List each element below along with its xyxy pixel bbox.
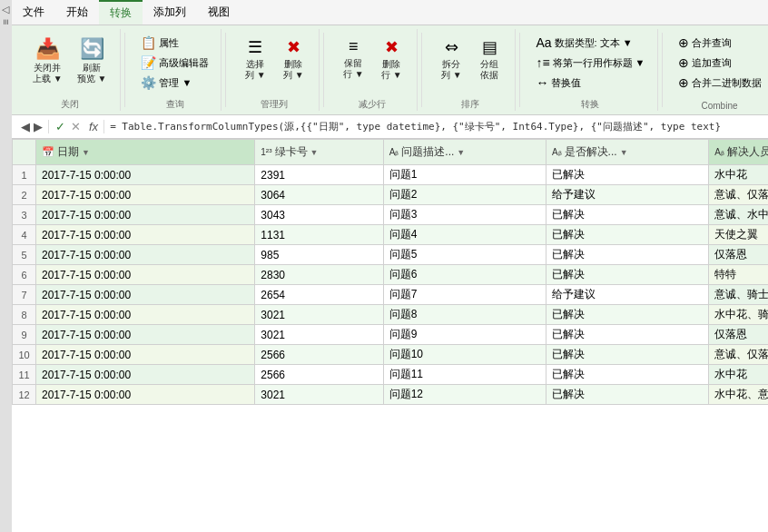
- delete-col-icon: ✖: [287, 37, 300, 57]
- table-container: 📅 日期 ▼ 1²³ 绿卡号 ▼: [12, 139, 768, 529]
- split-col-button[interactable]: ⇔ 拆分列 ▼: [433, 33, 469, 85]
- cell-card: 3021: [255, 385, 383, 405]
- formula-bar: ◀ ▶ ✓ ✕ fx = Table.TransformColumnTypes(…: [12, 115, 768, 139]
- properties-icon: 📋: [141, 35, 156, 50]
- delete-col-button[interactable]: ✖ 删除列 ▼: [275, 33, 311, 85]
- row-number: 11: [13, 365, 36, 385]
- cell-resolved: 给予建议: [546, 285, 708, 305]
- row-number: 7: [13, 285, 36, 305]
- cell-resolver: 水中花: [709, 165, 768, 185]
- append-query-button[interactable]: ⊕ 追加查询: [674, 53, 766, 73]
- row-number: 1: [13, 165, 36, 185]
- formula-cross-icon[interactable]: ✕: [68, 120, 84, 133]
- cell-resolver: 仅落恩: [709, 325, 768, 345]
- col-header-resolver[interactable]: Aᵦ 解决人员 ▼: [709, 140, 768, 165]
- tab-view[interactable]: 视图: [197, 0, 241, 25]
- cell-card: 2830: [255, 265, 383, 285]
- cell-resolved: 已解决: [546, 385, 708, 405]
- sidebar-icon-1[interactable]: ◁: [0, 4, 12, 15]
- table-row: 122017-7-15 0:00:003021问题12已解决水中花、意诚、...: [13, 385, 769, 405]
- group-by-label: 分组依据: [480, 59, 498, 81]
- cell-card: 985: [255, 245, 383, 265]
- cell-issue: 问题10: [383, 345, 546, 365]
- merge-query-button[interactable]: ⊕ 合并查询: [674, 33, 766, 53]
- row-number: 9: [13, 325, 36, 345]
- merge-icon: ⊕: [678, 35, 689, 50]
- date-filter-icon[interactable]: ▼: [82, 148, 90, 157]
- manage-button[interactable]: ⚙️ 管理 ▼: [136, 73, 213, 93]
- resolved-filter-icon[interactable]: ▼: [620, 148, 628, 157]
- cell-card: 1131: [255, 225, 383, 245]
- ribbon-group-query: 📋 属性 📝 高级编辑器 ⚙️ 管理 ▼: [129, 29, 222, 111]
- nav-right-icon[interactable]: ▶: [34, 120, 43, 133]
- close-upload-button[interactable]: 📥 关闭并上载 ▼: [26, 33, 69, 89]
- tab-start[interactable]: 开始: [55, 0, 99, 25]
- issue-filter-icon[interactable]: ▼: [457, 148, 465, 157]
- cell-resolver: 天使之翼: [709, 225, 768, 245]
- properties-button[interactable]: 📋 属性: [136, 33, 213, 53]
- card-col-label: 绿卡号: [275, 144, 308, 160]
- keep-row-button[interactable]: ≡ 保留行 ▼: [335, 33, 371, 84]
- refresh-preview-button[interactable]: 🔄 刷新预览 ▼: [71, 33, 113, 89]
- table-row: 72017-7-15 0:00:002654问题7给予建议意诚、骑士: [13, 285, 769, 305]
- formula-check-icon[interactable]: ✓: [53, 120, 68, 133]
- cell-issue: 问题1: [383, 165, 546, 185]
- select-col-button[interactable]: ☰ 选择列 ▼: [237, 33, 273, 85]
- replace-value-button[interactable]: ↔ 替换值: [531, 73, 649, 93]
- date-col-label: 日期: [57, 144, 79, 160]
- table-row: 32017-7-15 0:00:003043问题3已解决意诚、水中花: [13, 205, 769, 225]
- date-type-icon: 📅: [42, 146, 54, 158]
- cell-date: 2017-7-15 0:00:00: [36, 385, 255, 405]
- append-icon: ⊕: [678, 55, 689, 70]
- cell-resolver: 意诚、水中花: [709, 205, 768, 225]
- tab-add-col[interactable]: 添加列: [143, 0, 197, 25]
- card-filter-icon[interactable]: ▼: [310, 148, 319, 157]
- tab-file[interactable]: 文件: [12, 0, 55, 25]
- cell-card: 3021: [255, 325, 383, 345]
- col-header-issue[interactable]: Aᵦ 问题描述... ▼: [383, 140, 546, 165]
- advanced-editor-icon: 📝: [141, 55, 156, 70]
- ribbon-group-reduce-row: ≡ 保留行 ▼ ✖ 删除行 ▼ 减少行: [328, 29, 418, 111]
- delete-row-button[interactable]: ✖ 删除行 ▼: [373, 33, 409, 85]
- table-row: 22017-7-15 0:00:003064问题2给予建议意诚、仅落恩: [13, 185, 769, 205]
- cell-resolver: 水中花: [709, 365, 768, 385]
- close-upload-label: 关闭并上载 ▼: [33, 63, 63, 84]
- combine-binary-icon: ⊕: [678, 75, 689, 90]
- ribbon-group-close: 📥 关闭并上载 ▼ 🔄 刷新预览 ▼ 关闭: [19, 29, 121, 111]
- resolver-col-label: 解决人员: [727, 144, 768, 160]
- group-label-sort: 排序: [461, 96, 479, 111]
- cell-card: 3064: [255, 185, 383, 205]
- nav-left-icon[interactable]: ◀: [21, 120, 30, 133]
- cell-date: 2017-7-15 0:00:00: [36, 285, 255, 305]
- cell-resolver: 意诚、仅落恩: [709, 345, 768, 365]
- datatype-icon: Aa: [536, 35, 551, 50]
- refresh-label: 刷新预览 ▼: [77, 63, 107, 84]
- cell-date: 2017-7-15 0:00:00: [36, 205, 255, 225]
- cell-date: 2017-7-15 0:00:00: [36, 185, 255, 205]
- issue-type-icon: Aᵦ: [389, 147, 399, 157]
- group-by-button[interactable]: ▤ 分组依据: [471, 33, 507, 85]
- combine-binary-button[interactable]: ⊕ 合并二进制数据: [674, 73, 766, 93]
- ribbon-group-combine: ⊕ 合并查询 ⊕ 追加查询 ⊕ 合并二进制数据: [666, 29, 769, 111]
- combine-binary-label: 合并二进制数据: [692, 76, 762, 90]
- datatype-label: 数据类型: 文本 ▼: [555, 36, 633, 50]
- sidebar-icon-2[interactable]: ≡: [1, 19, 12, 25]
- cell-card: 2566: [255, 365, 383, 385]
- col-header-resolved[interactable]: Aᵦ 是否解决... ▼: [546, 140, 708, 165]
- datatype-button[interactable]: Aa 数据类型: 文本 ▼: [531, 33, 649, 53]
- cell-resolved: 已解决: [546, 365, 708, 385]
- cell-issue: 问题7: [383, 285, 546, 305]
- refresh-icon: 🔄: [80, 37, 104, 61]
- advanced-editor-button[interactable]: 📝 高级编辑器: [136, 53, 213, 73]
- tab-transform[interactable]: 转换: [99, 0, 143, 25]
- firstrow-header-button[interactable]: ↑≡ 将第一行用作标题 ▼: [531, 53, 649, 73]
- col-header-date[interactable]: 📅 日期 ▼: [36, 140, 255, 165]
- col-header-card[interactable]: 1²³ 绿卡号 ▼: [255, 140, 383, 165]
- formula-text: = Table.TransformColumnTypes(源,{{"日期", t…: [104, 120, 768, 133]
- table-row: 92017-7-15 0:00:003021问题9已解决仅落恩: [13, 325, 769, 345]
- firstrow-label: 将第一行用作标题 ▼: [553, 56, 645, 70]
- group-label-query: 查询: [166, 96, 184, 111]
- table-row: 112017-7-15 0:00:002566问题11已解决水中花: [13, 365, 769, 385]
- delete-col-label: 删除列 ▼: [283, 59, 304, 81]
- cell-card: 2654: [255, 285, 383, 305]
